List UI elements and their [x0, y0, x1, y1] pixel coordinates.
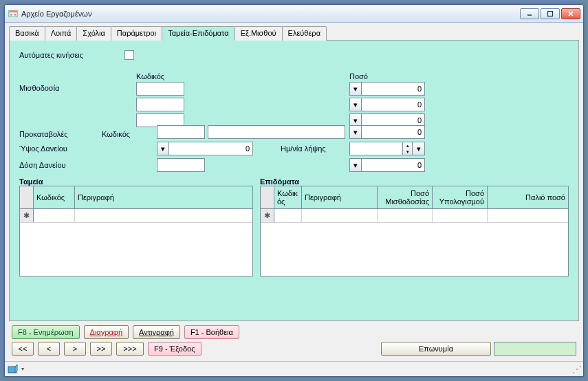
epid-col-amt2[interactable]: Ποσό Υπολογισμού — [433, 186, 488, 208]
status-bar: ▾ ⋰ — [5, 361, 583, 376]
chevron-down-icon[interactable]: ▾ — [413, 142, 425, 155]
tamia-col-desc[interactable]: Περιγραφή — [75, 186, 252, 208]
tab-parametroi[interactable]: Παράμετροι — [111, 26, 162, 41]
chevron-down-icon[interactable]: ▾ — [349, 125, 362, 139]
delete-button[interactable]: Διαγραφή — [84, 325, 129, 339]
exit-button[interactable]: F9 - Έξοδος — [148, 342, 202, 356]
installment-input[interactable] — [157, 158, 205, 172]
chevron-down-icon[interactable]: ▾ — [349, 82, 362, 96]
nav-prev-button[interactable]: < — [38, 342, 60, 356]
chevron-down-icon[interactable]: ▾ — [349, 98, 362, 111]
svg-rect-3 — [14, 14, 17, 16]
epid-col-code[interactable]: Κωδικ ός — [274, 186, 302, 208]
tab-strip: Βασικά Λοιπά Σχόλια Παράμετροι Ταμεία-Επ… — [9, 25, 579, 41]
advances-desc-input[interactable] — [208, 125, 345, 139]
close-button[interactable] — [561, 8, 580, 19]
loan-amount-combo[interactable]: ▾0 — [157, 142, 253, 155]
loan-date-picker[interactable]: ▴▾ ▾ — [349, 142, 425, 155]
epid-col-amt3[interactable]: Παλιό ποσό — [488, 186, 568, 208]
svg-rect-1 — [9, 10, 17, 12]
auto-moves-checkbox[interactable] — [124, 50, 134, 60]
tab-basika[interactable]: Βασικά — [9, 26, 45, 41]
amount-header: Ποσό — [349, 72, 368, 80]
payroll-code-1[interactable] — [136, 82, 184, 96]
tab-panel: Αυτόματες κινήσεις Κωδικός Ποσό Μισθοδοσ… — [9, 41, 579, 321]
tab-exmisthou[interactable]: Εξ.Μισθού — [235, 26, 283, 41]
code-header: Κωδικός — [136, 72, 212, 80]
epidomata-grid[interactable]: Κωδικ ός Περιγραφή Ποσό Μισθοδοσίας Ποσό… — [260, 186, 569, 276]
nav-last-button[interactable]: >> — [90, 342, 112, 356]
svg-rect-5 — [548, 11, 553, 16]
advances-code-input[interactable] — [157, 125, 205, 139]
nav-next-button[interactable]: > — [64, 342, 86, 356]
chevron-down-icon[interactable]: ▾ — [157, 142, 169, 155]
date-spinner[interactable]: ▴▾ — [403, 142, 413, 155]
epid-col-amt1[interactable]: Ποσό Μισθοδοσίας — [378, 186, 433, 208]
tab-eleuthera[interactable]: Ελεύθερα — [282, 26, 327, 41]
epid-col-desc[interactable]: Περιγραφή — [302, 186, 378, 208]
maximize-button[interactable] — [541, 8, 560, 19]
table-row[interactable]: ✱ — [20, 209, 252, 223]
payroll-code-2[interactable] — [136, 98, 184, 111]
resize-grip[interactable]: ⋰ — [572, 366, 580, 373]
svg-rect-2 — [10, 14, 13, 16]
advances-code-label: Κωδικός — [102, 130, 136, 138]
chevron-down-icon[interactable]: ▾ — [349, 158, 362, 172]
tamia-col-code[interactable]: Κωδικός — [34, 186, 75, 208]
loan-date-value[interactable] — [349, 142, 403, 155]
eponymia-button[interactable]: Επωνυμία — [381, 342, 491, 356]
payroll-label: Μισθοδοσία — [19, 82, 136, 92]
tab-tameia-epidomata[interactable]: Ταμεία-Επιδόματα — [162, 26, 235, 41]
amount-combo-2[interactable]: ▾0 — [349, 98, 425, 111]
copy-button[interactable]: Αντιγραφή — [133, 325, 180, 339]
tamia-grid[interactable]: Κωδικός Περιγραφή ✱ — [19, 186, 253, 276]
titlebar: Αρχείο Εργαζομένων — [5, 5, 583, 23]
window-title: Αρχείο Εργαζομένων — [21, 10, 520, 18]
tab-loipa[interactable]: Λοιπά — [45, 26, 78, 41]
help-button[interactable]: F1 - Βοήθεια — [184, 325, 239, 339]
app-icon — [8, 8, 19, 19]
installment-amount-combo[interactable]: ▾0 — [349, 158, 425, 172]
nav-first-button[interactable]: << — [12, 342, 34, 356]
update-button[interactable]: F8 - Ενημέρωση — [12, 325, 80, 339]
loan-amount-label: Ύψος Δανείου — [19, 144, 136, 153]
auto-moves-label: Αυτόματες κινήσεις — [19, 51, 83, 59]
tab-sxolia[interactable]: Σχόλια — [76, 26, 111, 41]
tamia-title: Ταμεία — [19, 177, 253, 186]
epidomata-title: Επιδόματα — [260, 177, 569, 186]
status-icon[interactable] — [8, 364, 19, 375]
advances-amount-combo[interactable]: ▾0 — [349, 125, 425, 139]
loan-date-label: Ημ/νία λήψης — [281, 144, 349, 153]
eponymia-output — [494, 342, 576, 356]
svg-marker-9 — [15, 364, 17, 373]
new-row-icon: ✱ — [261, 209, 274, 222]
amount-combo-1[interactable]: ▾0 — [349, 82, 425, 96]
minimize-button[interactable] — [520, 8, 539, 19]
loan-installment-label: Δόση Δανείου — [19, 161, 136, 169]
advances-label: Προκαταβολές — [19, 130, 102, 138]
nav-lastplus-button[interactable]: >>> — [116, 342, 144, 356]
status-dropdown-icon[interactable]: ▾ — [21, 366, 24, 372]
new-row-icon: ✱ — [20, 209, 34, 222]
table-row[interactable]: ✱ — [261, 209, 568, 223]
